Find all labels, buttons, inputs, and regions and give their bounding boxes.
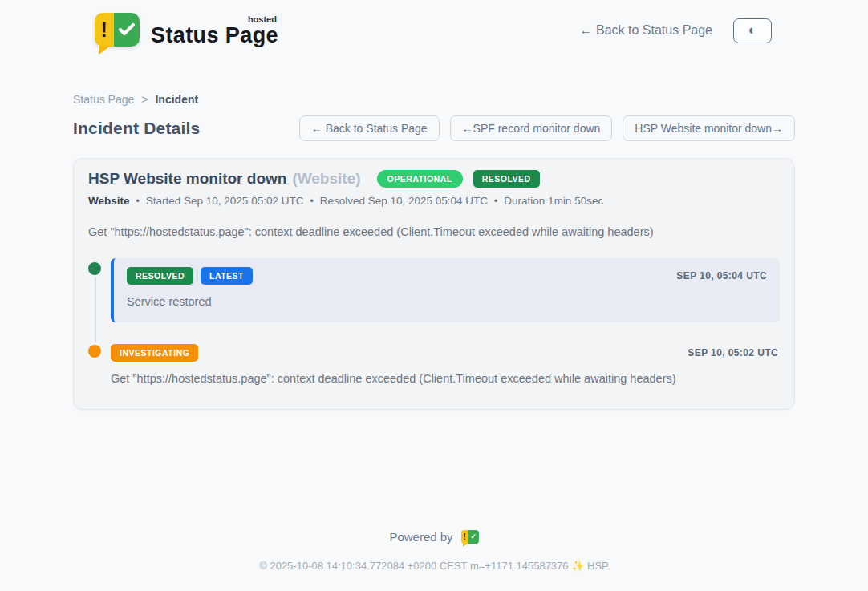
powered-by: Powered by ! ✓ — [389, 530, 478, 544]
brand-text: hosted Status Page — [151, 15, 278, 47]
timeline-resolved-badge: RESOLVED — [127, 267, 193, 285]
exclamation-icon: ! — [95, 13, 114, 47]
incident-component-suffix: (Website) — [292, 170, 360, 188]
logo-tail — [463, 544, 468, 547]
timeline-latest-badge: LATEST — [201, 267, 253, 285]
header-actions: ← Back to Status Page ◐ — [580, 18, 772, 43]
page: ! hosted Status Page ← Back to Status Pa… — [0, 0, 868, 591]
incident-timeline: RESOLVED LATEST SEP 10, 05:04 UTC Servic… — [88, 258, 780, 385]
meta-resolved: Resolved Sep 10, 2025 05:04 UTC — [320, 195, 488, 207]
timeline-investigating-badge: INVESTIGATING — [111, 344, 198, 362]
timeline-timestamp: SEP 10, 05:04 UTC — [676, 270, 767, 281]
back-to-status-page-button[interactable]: ← Back to Status Page — [299, 115, 440, 141]
incident-meta: Website • Started Sep 10, 2025 05:02 UTC… — [88, 195, 780, 207]
meta-separator: • — [136, 195, 140, 207]
site-header: ! hosted Status Page ← Back to Status Pa… — [0, 0, 868, 48]
prev-incident-button[interactable]: ←SPF record monitor down — [450, 115, 613, 141]
theme-toggle-button[interactable]: ◐ — [733, 18, 772, 43]
timeline-update-box: RESOLVED LATEST SEP 10, 05:04 UTC Servic… — [111, 258, 780, 322]
status-page-logo-icon: ! — [95, 13, 140, 48]
main-content: Status Page > Incident Incident Details … — [73, 48, 795, 410]
breadcrumb-separator: > — [141, 93, 148, 106]
meta-separator: • — [494, 195, 498, 207]
incident-title: HSP Website monitor down — [88, 170, 286, 188]
investigating-dot-icon — [88, 345, 101, 358]
breadcrumb-root[interactable]: Status Page — [73, 93, 134, 106]
meta-component: Website — [88, 195, 130, 207]
incident-title-row: HSP Website monitor down (Website) OPERA… — [88, 170, 780, 188]
checkmark-icon — [114, 13, 140, 47]
brand-name: Status Page — [151, 25, 278, 47]
timeline-update-plain: INVESTIGATING SEP 10, 05:02 UTC Get "htt… — [111, 344, 780, 385]
exclamation-icon: ! — [461, 530, 468, 544]
breadcrumb: Status Page > Incident — [73, 93, 795, 106]
brand-logo[interactable]: ! hosted Status Page — [95, 13, 278, 48]
meta-duration: Duration 1min 50sec — [504, 195, 603, 207]
meta-separator: • — [310, 195, 314, 207]
checkmark-icon: ✓ — [468, 530, 479, 544]
timeline-entry-resolved: RESOLVED LATEST SEP 10, 05:04 UTC Servic… — [88, 258, 780, 322]
timeline-entry-investigating: INVESTIGATING SEP 10, 05:02 UTC Get "htt… — [88, 344, 780, 385]
breadcrumb-current: Incident — [155, 93, 198, 106]
back-to-status-page-link[interactable]: ← Back to Status Page — [580, 23, 712, 38]
powered-by-label: Powered by — [389, 530, 452, 544]
page-title: Incident Details — [73, 119, 200, 138]
heading-row: Incident Details ← Back to Status Page ←… — [73, 115, 795, 141]
half-circle-contrast-icon: ◐ — [748, 22, 756, 38]
resolved-status-badge: RESOLVED — [473, 170, 540, 188]
timeline-entry-header: RESOLVED LATEST SEP 10, 05:04 UTC — [127, 267, 767, 285]
site-footer: Powered by ! ✓ © 2025-10-08 14:10:34.772… — [0, 530, 868, 591]
timeline-message: Get "https://hostedstatus.page": context… — [111, 372, 778, 385]
incident-card: HSP Website monitor down (Website) OPERA… — [73, 158, 795, 410]
logo-tail — [99, 46, 111, 55]
timeline-entry-header: INVESTIGATING SEP 10, 05:02 UTC — [111, 344, 778, 362]
operational-status-badge: OPERATIONAL — [377, 170, 463, 188]
meta-started: Started Sep 10, 2025 05:02 UTC — [146, 195, 304, 207]
next-incident-button[interactable]: HSP Website monitor down→ — [623, 115, 795, 141]
brand-superscript: hosted — [248, 15, 277, 24]
status-page-mini-logo-icon[interactable]: ! ✓ — [461, 530, 479, 544]
timeline-timestamp: SEP 10, 05:02 UTC — [688, 347, 778, 358]
resolved-dot-icon — [88, 262, 101, 275]
incident-description: Get "https://hostedstatus.page": context… — [88, 225, 780, 238]
timeline-message: Service restored — [127, 295, 767, 308]
copyright-line: © 2025-10-08 14:10:34.772084 +0200 CEST … — [0, 560, 868, 572]
incident-nav-buttons: ← Back to Status Page ←SPF record monito… — [299, 115, 795, 141]
